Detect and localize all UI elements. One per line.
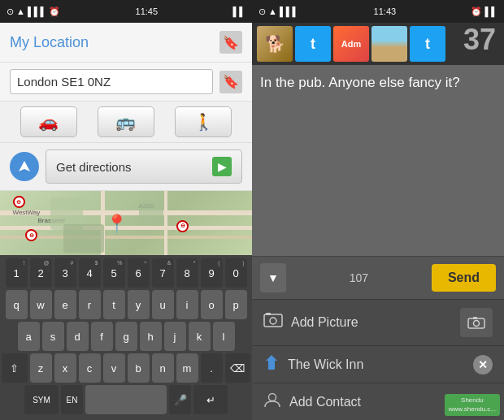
add-picture-row[interactable]: Add Picture bbox=[252, 299, 504, 346]
key-l[interactable]: l bbox=[213, 322, 235, 351]
key-sym[interactable]: SYM bbox=[24, 385, 59, 414]
key-3[interactable]: #3 bbox=[54, 258, 76, 288]
keyboard-row-qwerty: q w e r t y u i o p bbox=[2, 290, 250, 319]
key-x[interactable]: x bbox=[54, 353, 76, 383]
car-icon: 🚗 bbox=[38, 112, 59, 132]
key-f[interactable]: f bbox=[91, 322, 113, 351]
key-9[interactable]: (9 bbox=[201, 258, 223, 288]
bars-icon: ▌▌▌ bbox=[28, 6, 46, 16]
thumb-beach[interactable] bbox=[371, 26, 407, 62]
svg-rect-7 bbox=[269, 362, 272, 370]
right-status-bar: ⊙ ▲ ▌▌▌ 11:43 ⏰ ▌▌ bbox=[252, 0, 504, 23]
key-8[interactable]: *8 bbox=[176, 258, 198, 288]
key-t[interactable]: t bbox=[103, 290, 125, 319]
wick-inn-row[interactable]: The Wick Inn ✕ bbox=[252, 346, 504, 383]
left-right-icons: ▌▌ bbox=[232, 6, 245, 16]
map-block-3 bbox=[63, 224, 104, 253]
key-1[interactable]: !1 bbox=[6, 258, 28, 288]
key-0[interactable]: )0 bbox=[225, 258, 247, 288]
key-m[interactable]: m bbox=[176, 353, 198, 383]
tweet-actions-bar: ▼ 107 Send bbox=[252, 256, 504, 299]
car-transport-btn[interactable]: 🚗 bbox=[20, 106, 77, 137]
left-panel: ⊙ ▲ ▌▌▌ ⏰ 11:45 ▌▌ My Location 🔖 🔖 🚗 🚌 🚶 bbox=[0, 0, 252, 420]
key-d[interactable]: d bbox=[67, 322, 89, 351]
key-h[interactable]: h bbox=[140, 322, 162, 351]
keyboard-row-asdf: a s d f g h j k l bbox=[2, 322, 250, 351]
screen-number-right: 37 bbox=[463, 23, 496, 57]
dropdown-btn[interactable]: ▼ bbox=[260, 263, 286, 292]
key-z[interactable]: z bbox=[30, 353, 52, 383]
key-i[interactable]: i bbox=[176, 290, 198, 319]
key-c[interactable]: c bbox=[79, 353, 101, 383]
key-period[interactable]: . bbox=[201, 353, 223, 383]
keyboard-row-zxcv: ⇧ z x c v b n m . ⌫ bbox=[2, 353, 250, 383]
right-panel: ⊙ ▲ ▌▌▌ 11:43 ⏰ ▌▌ 37 🐕 t Adm t In the p… bbox=[252, 0, 504, 420]
key-s[interactable]: s bbox=[42, 322, 64, 351]
keyboard: !1 @2 #3 $4 %5 ^6 &7 *8 (9 )0 q w e r t … bbox=[0, 255, 252, 420]
key-4[interactable]: $4 bbox=[79, 258, 101, 288]
shendu-watermark: Shendu www.shendu.c... bbox=[445, 394, 500, 416]
key-enter[interactable]: ↵ bbox=[193, 385, 228, 414]
svg-point-3 bbox=[270, 318, 276, 324]
send-button[interactable]: Send bbox=[432, 264, 496, 292]
key-u[interactable]: u bbox=[152, 290, 174, 319]
tweet-compose-area[interactable]: In the pub. Anyone else fancy it? bbox=[252, 65, 504, 256]
key-n[interactable]: n bbox=[152, 353, 174, 383]
left-time: 11:45 bbox=[136, 6, 159, 16]
key-r[interactable]: r bbox=[79, 290, 101, 319]
key-en[interactable]: EN bbox=[61, 385, 83, 414]
thumb-twitter-1[interactable]: t bbox=[295, 26, 331, 62]
add-picture-icon bbox=[263, 312, 283, 333]
key-space[interactable] bbox=[85, 385, 167, 414]
key-mic[interactable]: 🎤 bbox=[169, 385, 191, 414]
key-w[interactable]: w bbox=[30, 290, 52, 319]
add-picture-label: Add Picture bbox=[291, 315, 452, 330]
thumb-dog[interactable]: 🐕 bbox=[257, 26, 293, 62]
key-delete[interactable]: ⌫ bbox=[225, 353, 251, 383]
wick-inn-label: The Wick Inn bbox=[288, 357, 465, 372]
map-label-westway: WestWay bbox=[13, 209, 41, 216]
key-o[interactable]: o bbox=[201, 290, 223, 319]
key-shift[interactable]: ⇧ bbox=[2, 353, 28, 383]
tweet-text: In the pub. Anyone else fancy it? bbox=[260, 75, 460, 90]
key-k[interactable]: k bbox=[189, 322, 211, 351]
key-a[interactable]: a bbox=[18, 322, 40, 351]
key-2[interactable]: @2 bbox=[30, 258, 52, 288]
bus-icon: 🚌 bbox=[115, 112, 136, 132]
bus-transport-btn[interactable]: 🚌 bbox=[98, 106, 154, 137]
map-background: WestWay A200 Brasserie 📍 ⊖ ⊖ ⊖ bbox=[0, 191, 252, 255]
green-arrow-icon: ▶ bbox=[212, 157, 232, 176]
wifi-icon: ▲ bbox=[16, 6, 25, 16]
thumb-adm[interactable]: Adm bbox=[333, 26, 369, 62]
wick-close-btn[interactable]: ✕ bbox=[473, 355, 493, 375]
right-battery-icons: ⏰ ▌▌ bbox=[471, 6, 497, 17]
bookmark-icon[interactable]: 🔖 bbox=[219, 31, 242, 54]
my-location-label: My Location bbox=[10, 34, 89, 51]
key-p[interactable]: p bbox=[225, 290, 247, 319]
directions-bar: Get directions ▶ bbox=[0, 143, 252, 191]
key-j[interactable]: j bbox=[164, 322, 186, 351]
camera-button[interactable] bbox=[460, 308, 493, 337]
walk-transport-btn[interactable]: 🚶 bbox=[175, 106, 232, 137]
map-area[interactable]: WestWay A200 Brasserie 📍 ⊖ ⊖ ⊖ bbox=[0, 191, 252, 255]
key-b[interactable]: b bbox=[128, 353, 150, 383]
map-marker-1: ⊖ bbox=[13, 196, 25, 208]
svg-rect-8 bbox=[272, 362, 275, 370]
key-7[interactable]: &7 bbox=[152, 258, 174, 288]
key-y[interactable]: y bbox=[128, 290, 150, 319]
transport-bar: 🚗 🚌 🚶 bbox=[0, 102, 252, 143]
get-directions-btn[interactable]: Get directions ▶ bbox=[46, 149, 242, 184]
key-e[interactable]: e bbox=[54, 290, 76, 319]
right-status-icons: ⊙ ▲ ▌▌▌ bbox=[259, 6, 298, 17]
thumb-twitter-2[interactable]: t bbox=[410, 26, 445, 62]
key-6[interactable]: ^6 bbox=[128, 258, 150, 288]
key-g[interactable]: g bbox=[115, 322, 137, 351]
key-q[interactable]: q bbox=[6, 290, 28, 319]
location-bookmark-icon[interactable]: 🔖 bbox=[219, 71, 242, 93]
location-input[interactable] bbox=[10, 69, 213, 94]
left-status-bar: ⊙ ▲ ▌▌▌ ⏰ 11:45 ▌▌ bbox=[0, 0, 252, 23]
key-5[interactable]: %5 bbox=[103, 258, 125, 288]
shendu-line2: www.shendu.c... bbox=[449, 405, 496, 414]
key-v[interactable]: v bbox=[103, 353, 125, 383]
location-input-row: 🔖 bbox=[0, 63, 252, 102]
